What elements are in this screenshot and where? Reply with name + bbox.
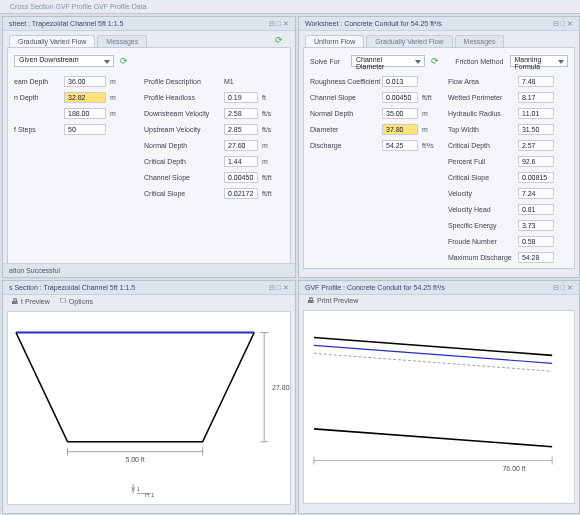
svg-line-16 — [314, 429, 552, 447]
result-label: Froude Number — [448, 238, 518, 245]
panel-title: Worksheet : Concrete Conduit for 54.25 f… — [305, 17, 442, 31]
input-value[interactable]: 0.013 — [382, 76, 418, 87]
input-label: n Depth — [14, 94, 64, 101]
result-value: 0.81 — [518, 204, 554, 215]
tab-messages[interactable]: Messages — [97, 35, 147, 47]
svg-text:76.00 ft: 76.00 ft — [503, 465, 526, 472]
unit: ft — [262, 94, 276, 101]
input-label: Normal Depth — [310, 110, 382, 117]
tab-uniform[interactable]: Uniform Flow — [305, 35, 364, 47]
window-controls[interactable]: ⊟ □ ✕ — [269, 281, 289, 295]
given-dropdown[interactable]: Given Downstream — [14, 55, 114, 67]
cross-section-panel: s Section : Trapezoidal Channel 5ft 1:1.… — [2, 280, 296, 514]
svg-line-13 — [314, 338, 552, 356]
unit: ft/ft — [422, 94, 436, 101]
tab-strip: Uniform Flow Gradually Varied Flow Messa… — [299, 31, 579, 47]
svg-line-14 — [314, 345, 552, 363]
result-value: 0.58 — [518, 236, 554, 247]
friction-label: Friction Method — [455, 58, 503, 65]
result-label: Specific Energy — [448, 222, 518, 229]
panel-title-bar: s Section : Trapezoidal Channel 5ft 1:1.… — [3, 281, 295, 295]
print-preview-button[interactable]: 🖶Print Preview — [307, 297, 358, 304]
unit: ft/ft — [262, 190, 276, 197]
result-value: 2.57 — [518, 140, 554, 151]
tab-gvf[interactable]: Gradually Varied Flow — [9, 35, 95, 47]
input-value[interactable]: 32.82 — [64, 92, 106, 103]
input-value[interactable]: 36.00 — [64, 76, 106, 87]
result-value: 27.60 — [224, 140, 258, 151]
result-value: 2.58 — [224, 108, 258, 119]
input-value[interactable]: 0.00450 — [382, 92, 418, 103]
input-value[interactable]: 54.25 — [382, 140, 418, 151]
result-label: Profile Headloss — [144, 94, 224, 101]
plot-toolbar: 🖶Print Preview — [299, 295, 579, 306]
app-topbar: Cross Section GVF Profile GVF Profile Da… — [0, 0, 580, 14]
panel-body: Solve For Channel Diameter ⟳ Friction Me… — [303, 47, 575, 269]
unit: m — [422, 110, 436, 117]
gvf-profile-plot: 76.00 ft — [303, 310, 575, 504]
result-label: Hydraulic Radius — [448, 110, 518, 117]
input-label: eam Depth — [14, 78, 64, 85]
input-label: Diameter — [310, 126, 382, 133]
run-icon[interactable]: ⟳ — [120, 56, 128, 66]
unit: m — [422, 126, 436, 133]
worksheet-conduit: Worksheet : Concrete Conduit for 54.25 f… — [298, 16, 580, 278]
result-value: 7.24 — [518, 188, 554, 199]
tab-messages[interactable]: Messages — [455, 35, 505, 47]
result-value: 50.46 — [518, 268, 554, 270]
layout-grid: sheet : Trapezoidal Channel 5ft 1:1.5 ⊟ … — [0, 14, 580, 515]
run-icon[interactable]: ⟳ — [431, 56, 439, 66]
input-label: Channel Slope — [310, 94, 382, 101]
svg-line-15 — [314, 353, 552, 371]
unit: ft/s — [262, 126, 276, 133]
solve-for-dropdown[interactable]: Channel Diameter — [351, 55, 425, 67]
result-label: Critical Slope — [144, 190, 224, 197]
window-controls[interactable]: ⊟ □ ✕ — [553, 17, 573, 31]
unit: m — [110, 78, 124, 85]
friction-dropdown[interactable]: Manning Formula — [510, 55, 569, 67]
panel-body: Given Downstream ⟳ eam Depth36.00m n Dep… — [7, 47, 291, 269]
result-label: Downstream Velocity — [144, 110, 224, 117]
printer-icon: 🖶 — [11, 298, 18, 305]
input-label: Discharge — [310, 142, 382, 149]
panel-title: sheet : Trapezoidal Channel 5ft 1:1.5 — [9, 17, 123, 31]
run-icon[interactable]: ⟳ — [275, 35, 289, 47]
result-label: Maximum Discharge — [448, 254, 518, 261]
tool-label: Print Preview — [317, 297, 358, 304]
result-label: Upstream Velocity — [144, 126, 224, 133]
result-label: Wetted Perimeter — [448, 94, 518, 101]
print-preview-button[interactable]: 🖶t Preview — [11, 297, 50, 305]
panel-title-bar: Worksheet : Concrete Conduit for 54.25 f… — [299, 17, 579, 31]
result-value: 0.19 — [224, 92, 258, 103]
window-controls[interactable]: ⊟ □ ✕ — [553, 281, 573, 295]
worksheet-trapezoidal: sheet : Trapezoidal Channel 5ft 1:1.5 ⊟ … — [2, 16, 296, 278]
result-label: Normal Depth — [144, 142, 224, 149]
result-label: Top Width — [448, 126, 518, 133]
solve-for-label: Solve For — [310, 58, 345, 65]
input-value[interactable]: 35.00 — [382, 108, 418, 119]
result-value: 92.6 — [518, 156, 554, 167]
result-label: Critical Slope — [448, 174, 518, 181]
tool-label: Options — [69, 298, 93, 305]
result-value: 1.44 — [224, 156, 258, 167]
unit: m — [262, 158, 276, 165]
input-value[interactable]: 37.80 — [382, 124, 418, 135]
tab-gvf[interactable]: Gradually Varied Flow — [366, 35, 452, 47]
result-value: 2.85 — [224, 124, 258, 135]
input-value[interactable]: 188.00 — [64, 108, 106, 119]
gear-icon: ☐ — [60, 297, 66, 305]
options-button[interactable]: ☐Options — [60, 297, 93, 305]
result-value: 0.02172 — [224, 188, 258, 199]
window-controls[interactable]: ⊟ □ ✕ — [269, 17, 289, 31]
trapezoid-svg: 5.00 ft 27.80 m V 1 H 1 — [8, 312, 290, 504]
status-bar: ation Successful — [3, 263, 295, 277]
result-label: Profile Description — [144, 78, 224, 85]
result-value: 11.01 — [518, 108, 554, 119]
svg-text:27.80 m: 27.80 m — [272, 384, 290, 391]
result-value: 3.73 — [518, 220, 554, 231]
result-label: Channel Slope — [144, 174, 224, 181]
unit: ft/ft — [262, 174, 276, 181]
result-label: Percent Full — [448, 158, 518, 165]
plot-toolbar: 🖶t Preview ☐Options — [3, 295, 295, 307]
input-value[interactable]: 50 — [64, 124, 106, 135]
